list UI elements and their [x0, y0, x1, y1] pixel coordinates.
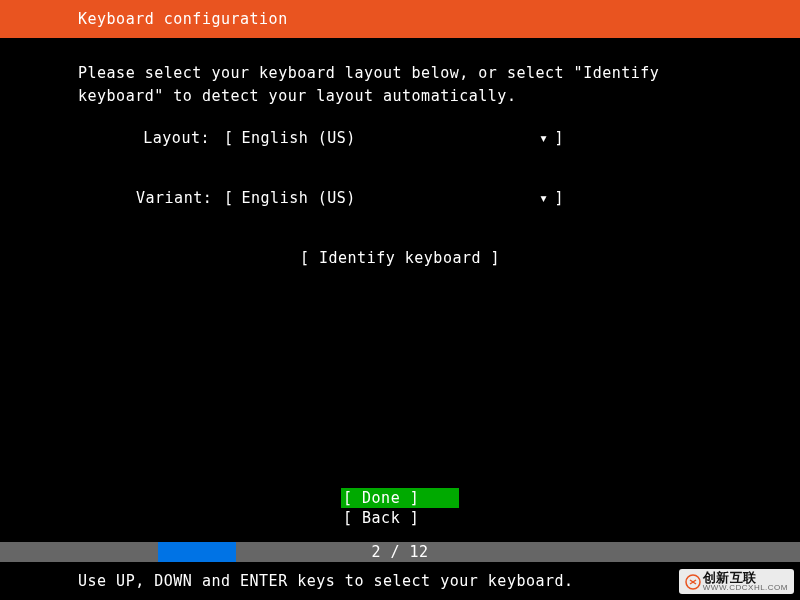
main-content: Please select your keyboard layout below… [0, 38, 800, 267]
watermark-url: WWW.CDCXHL.COM [703, 584, 788, 592]
identify-keyboard-button[interactable]: [ Identify keyboard ] [300, 249, 500, 267]
watermark: 创新互联 WWW.CDCXHL.COM [679, 569, 794, 594]
back-button[interactable]: [ Back ] [341, 508, 459, 528]
page-title: Keyboard configuration [78, 10, 288, 28]
left-bracket: [ [224, 189, 234, 207]
right-bracket: ] [554, 129, 564, 147]
progress-bar: 2 / 12 [0, 542, 800, 562]
left-bracket: [ [224, 129, 234, 147]
variant-select[interactable]: [ English (US) ▾ ] [224, 189, 564, 207]
identify-keyboard-row: [ Identify keyboard ] [78, 249, 722, 267]
done-button[interactable]: [ Done ] [341, 488, 459, 508]
right-bracket: ] [554, 189, 564, 207]
layout-value: English (US) [234, 129, 539, 147]
layout-row: Layout: [ English (US) ▾ ] [136, 129, 722, 147]
chevron-down-icon: ▾ [539, 129, 555, 147]
progress-text: 2 / 12 [0, 543, 800, 561]
watermark-icon [685, 574, 701, 590]
instruction-text: Please select your keyboard layout below… [78, 62, 722, 107]
header-bar: Keyboard configuration [0, 0, 800, 38]
help-text: Use UP, DOWN and ENTER keys to select yo… [78, 572, 574, 590]
variant-row: Variant: [ English (US) ▾ ] [136, 189, 722, 207]
footer-buttons: [ Done ] [ Back ] [0, 488, 800, 528]
layout-label: Layout: [136, 129, 224, 147]
form-area: Layout: [ English (US) ▾ ] Variant: [ En… [78, 129, 722, 267]
chevron-down-icon: ▾ [539, 189, 555, 207]
layout-select[interactable]: [ English (US) ▾ ] [224, 129, 564, 147]
variant-value: English (US) [234, 189, 539, 207]
variant-label: Variant: [136, 189, 224, 207]
